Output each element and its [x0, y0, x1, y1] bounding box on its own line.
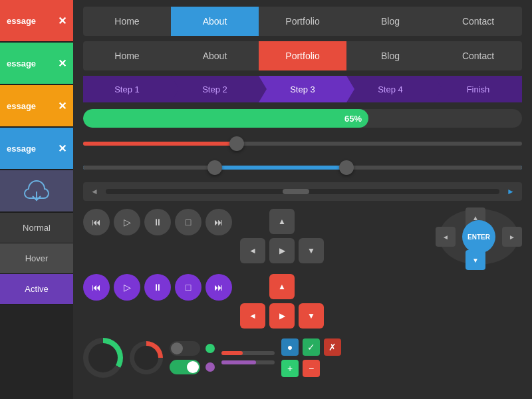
- knob-green[interactable]: [83, 338, 123, 378]
- toggle-2-knob: [187, 361, 199, 373]
- dpad-enter-button[interactable]: ENTER: [462, 220, 495, 253]
- icon-btn-check[interactable]: ✓: [303, 338, 320, 356]
- mini-slider-1-fill: [221, 351, 243, 355]
- nav-contact-2[interactable]: Contact: [434, 41, 522, 70]
- btn-play-normal[interactable]: ▷: [114, 209, 140, 235]
- knob-red-inner: [134, 346, 158, 370]
- scroll-right-arrow[interactable]: ►: [503, 184, 519, 200]
- nav-blog-2[interactable]: Blog: [346, 41, 434, 70]
- dpad: ENTER ▲ ◄ ► ▼: [436, 209, 522, 269]
- dot-green: [205, 344, 215, 353]
- alert-cloud: [0, 170, 73, 213]
- progress-fill: 65%: [83, 109, 368, 128]
- slider-blue-thumb-left[interactable]: [207, 160, 222, 175]
- icon-btn-dot[interactable]: ●: [281, 338, 299, 356]
- toggle-row-1: [170, 341, 215, 356]
- scroll-left-arrow[interactable]: ◄: [86, 184, 102, 200]
- dir-left-normal[interactable]: ◄: [240, 238, 265, 263]
- step-3[interactable]: Step 3: [259, 76, 346, 102]
- alert-yellow-close[interactable]: ✕: [58, 100, 66, 112]
- dir-right-normal[interactable]: ▶: [269, 238, 295, 263]
- slider-blue-row: [83, 158, 522, 177]
- mini-slider-1[interactable]: [221, 351, 275, 355]
- dir-left-hover[interactable]: ◄: [240, 303, 265, 329]
- navbar-primary: Home About Portfolio Blog Contact: [83, 7, 522, 36]
- icon-btn-plus[interactable]: +: [281, 360, 299, 377]
- toggle-2[interactable]: [170, 360, 200, 374]
- btn-pause-normal[interactable]: ⏸: [144, 209, 171, 235]
- alert-yellow-text: essage: [7, 101, 36, 111]
- dpad-right-button[interactable]: ►: [502, 227, 522, 247]
- alert-red-text: essage: [7, 16, 36, 26]
- slider-blue-track[interactable]: [83, 166, 522, 170]
- toggle-group: [170, 341, 215, 374]
- toggle-1[interactable]: [170, 341, 200, 356]
- btn-rewind-hover[interactable]: ⏮: [83, 274, 110, 301]
- nav-portfolio-2[interactable]: Portfolio: [259, 41, 346, 70]
- alert-green-close[interactable]: ✕: [58, 57, 66, 70]
- dpad-left-button[interactable]: ◄: [436, 227, 456, 247]
- step-2[interactable]: Step 2: [171, 76, 259, 102]
- nav-about-2[interactable]: About: [171, 41, 259, 70]
- icon-btn-minus[interactable]: −: [303, 360, 320, 377]
- icon-btn-x[interactable]: ✗: [324, 338, 341, 356]
- alert-yellow[interactable]: essage ✕: [0, 85, 73, 128]
- slider-red-thumb[interactable]: [229, 136, 244, 151]
- alert-red[interactable]: essage ✕: [0, 0, 73, 43]
- dir-down-normal[interactable]: ▼: [299, 238, 324, 263]
- knob-red[interactable]: [130, 341, 163, 374]
- small-icon-buttons: ● ✓ ✗ + −: [281, 338, 361, 377]
- steps-bar: Step 1 Step 2 Step 3 Step 4 Finish: [83, 76, 522, 102]
- mini-slider-2[interactable]: [221, 360, 275, 364]
- nav-blog-1[interactable]: Blog: [346, 7, 434, 36]
- btn-forward-hover[interactable]: ⏭: [205, 274, 232, 301]
- cloud-download-icon: [7, 180, 66, 203]
- dpad-container: ENTER ▲ ◄ ► ▼: [436, 209, 522, 269]
- nav-portfolio-1[interactable]: Portfolio: [259, 7, 346, 36]
- nav-contact-1[interactable]: Contact: [434, 7, 522, 36]
- mini-slider-group: [221, 351, 275, 364]
- scroll-handle[interactable]: [283, 189, 309, 194]
- alert-red-close[interactable]: ✕: [58, 15, 66, 27]
- toggle-1-knob: [171, 342, 183, 354]
- nav-home-2[interactable]: Home: [83, 41, 171, 70]
- navbar-secondary: Home About Portfolio Blog Contact: [83, 41, 522, 70]
- nav-home-1[interactable]: Home: [83, 7, 171, 36]
- media-buttons-hover: ⏮ ▷ ⏸ □ ⏭: [83, 274, 232, 330]
- nav-about-1[interactable]: About: [171, 7, 259, 36]
- dir-right-hover[interactable]: ▶: [269, 303, 295, 329]
- btn-rewind-normal[interactable]: ⏮: [83, 209, 110, 235]
- state-hover: Hover: [0, 243, 73, 274]
- btn-stop-hover[interactable]: □: [175, 274, 201, 301]
- dir-up-hover[interactable]: ▲: [269, 274, 295, 299]
- toggle-row-2: [170, 360, 215, 374]
- scroll-track: [106, 189, 499, 194]
- dir-down-hover[interactable]: ▼: [299, 303, 324, 329]
- bottom-section: ● ✓ ✗ + −: [83, 335, 522, 378]
- mini-slider-2-fill: [221, 360, 256, 364]
- state-active: Active: [0, 274, 73, 305]
- main-content: Home About Portfolio Blog Contact Home A…: [73, 0, 532, 399]
- step-finish[interactable]: Finish: [434, 76, 522, 102]
- btn-play-hover[interactable]: ▷: [114, 274, 140, 301]
- btn-forward-normal[interactable]: ⏭: [205, 209, 232, 235]
- scrollbar[interactable]: ◄ ►: [83, 182, 522, 201]
- slider-red-fill: [83, 142, 237, 146]
- dot-purple: [205, 362, 215, 372]
- slider-blue-thumb-right[interactable]: [339, 160, 354, 175]
- alert-blue[interactable]: essage ✕: [0, 128, 73, 170]
- btn-pause-hover[interactable]: ⏸: [144, 274, 171, 301]
- dir-up-normal[interactable]: ▲: [269, 209, 295, 234]
- step-1[interactable]: Step 1: [83, 76, 171, 102]
- slider-red-track[interactable]: [83, 142, 522, 146]
- sidebar: essage ✕ essage ✕ essage ✕ essage ✕ Norm…: [0, 0, 73, 399]
- dir-buttons-normal: ▲ ◄ ▶ ▼: [240, 209, 325, 269]
- step-4[interactable]: Step 4: [346, 76, 434, 102]
- alert-blue-close[interactable]: ✕: [58, 142, 66, 155]
- slider-red-row: [83, 134, 522, 153]
- knob-green-inner: [88, 343, 118, 372]
- btn-stop-normal[interactable]: □: [175, 209, 201, 235]
- alert-green[interactable]: essage ✕: [0, 43, 73, 85]
- alert-green-text: essage: [7, 59, 36, 68]
- state-normal: Normal: [0, 213, 73, 243]
